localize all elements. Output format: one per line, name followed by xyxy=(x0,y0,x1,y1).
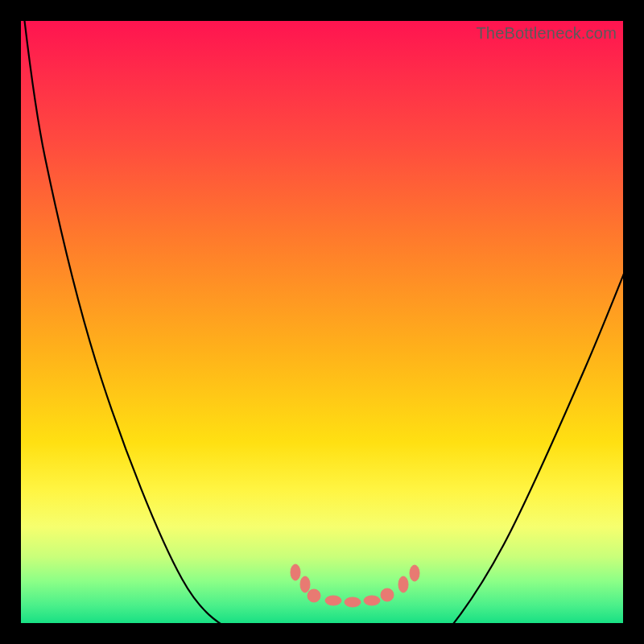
curve-marker xyxy=(381,588,394,601)
curve-marker xyxy=(308,589,320,602)
curve-marker xyxy=(291,564,300,580)
plot-area: TheBottleneck.com xyxy=(21,21,623,623)
curve-marker xyxy=(300,576,310,592)
curve-marker xyxy=(364,596,380,605)
curve-marker xyxy=(345,597,361,607)
bottom-markers xyxy=(291,564,419,607)
chart-frame: TheBottleneck.com xyxy=(0,0,644,644)
curve-line xyxy=(21,0,644,644)
curve-marker xyxy=(398,576,408,592)
curve-marker xyxy=(325,596,341,605)
bottleneck-curve xyxy=(21,21,623,623)
curve-marker xyxy=(410,565,419,581)
